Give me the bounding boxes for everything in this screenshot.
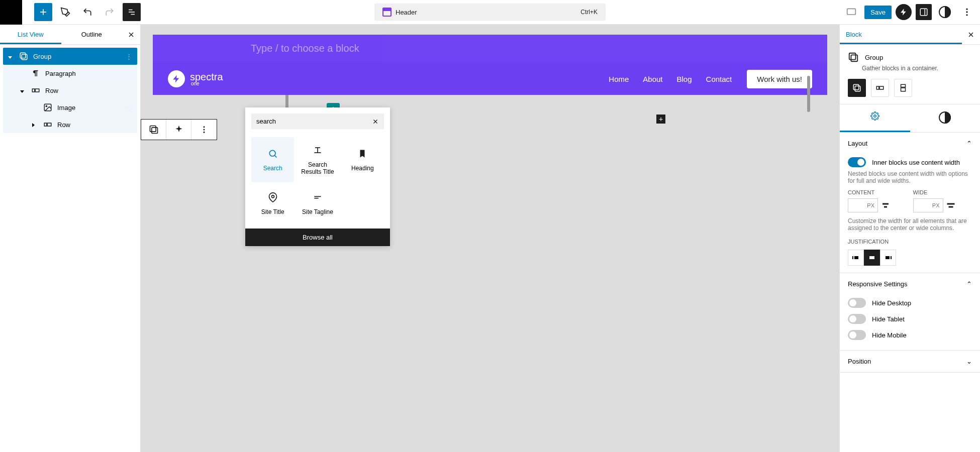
justify-right[interactable]	[880, 250, 896, 266]
row-icon	[43, 120, 53, 129]
document-bar[interactable]: Header Ctrl+K	[374, 4, 606, 21]
nav-blog[interactable]: Blog	[677, 75, 692, 83]
justification-buttons	[848, 250, 972, 266]
block-placeholder: Type / to choose a block	[251, 43, 359, 54]
svg-point-23	[204, 126, 205, 128]
save-button[interactable]: Save	[864, 6, 892, 19]
align-wide-icon[interactable]	[946, 201, 955, 210]
tools-button[interactable]	[56, 3, 74, 21]
main-layout: List View Outline Group ⋮ Paragraph	[0, 25, 980, 452]
browse-all-button[interactable]: Browse all	[245, 229, 390, 246]
tree-item-row[interactable]: Row	[15, 82, 137, 99]
header-row-block[interactable]: spectra one + Home About Blog Contact Wo…	[153, 63, 827, 95]
block-style-button[interactable]	[166, 120, 191, 140]
clear-search[interactable]	[372, 118, 379, 125]
svg-rect-39	[851, 55, 857, 61]
nav-about[interactable]: About	[643, 75, 662, 83]
empty-paragraph-block[interactable]: Type / to choose a block	[153, 35, 827, 63]
panel-title: Responsive Settings	[848, 280, 908, 288]
block-type-button[interactable]	[141, 120, 166, 140]
spectra-button[interactable]	[896, 4, 912, 20]
justify-center[interactable]	[864, 250, 880, 266]
editor-canvas[interactable]: Type / to choose a block spectra one + H…	[141, 25, 839, 452]
inserter-item-site-tagline[interactable]: Site Tagline	[296, 184, 339, 222]
options-button[interactable]	[958, 3, 976, 21]
tree-item-row[interactable]: Row	[27, 116, 137, 133]
tree-label: Row	[45, 87, 58, 94]
tree-item-image[interactable]: Image ◌	[27, 99, 137, 116]
view-button[interactable]	[842, 3, 860, 21]
tree-item-group[interactable]: Group ⋮	[3, 48, 137, 65]
list-view-panel: List View Outline Group ⋮ Paragraph	[0, 25, 141, 452]
svg-rect-38	[849, 53, 856, 60]
svg-rect-43	[879, 86, 884, 89]
layout-panel-header[interactable]: Layout ⌃	[840, 133, 980, 154]
document-overview-button[interactable]	[123, 3, 141, 21]
block-options-button[interactable]	[191, 120, 217, 140]
svg-rect-21	[150, 126, 156, 132]
tree-item-paragraph[interactable]: Paragraph	[15, 65, 137, 82]
inserter-item-search[interactable]: Search	[251, 137, 294, 182]
panel-title: Position	[848, 358, 871, 365]
svg-rect-13	[20, 53, 26, 58]
responsive-panel-header[interactable]: Responsive Settings ⌃	[840, 273, 980, 295]
variation-row[interactable]	[871, 79, 889, 97]
variation-stack[interactable]	[894, 79, 912, 97]
svg-rect-5	[847, 9, 856, 15]
svg-rect-48	[884, 206, 887, 208]
nav-contact[interactable]: Contact	[706, 75, 732, 83]
inserter-toggle[interactable]	[34, 3, 52, 21]
align-center-icon[interactable]	[881, 201, 890, 210]
toggle-inner-blocks-width[interactable]	[848, 157, 866, 167]
toggle-label: Inner blocks use content width	[872, 159, 960, 166]
toggle-hide-desktop[interactable]	[848, 298, 866, 308]
svg-rect-42	[876, 86, 879, 89]
subtab-settings[interactable]	[840, 104, 910, 132]
inserter-search-input[interactable]	[256, 118, 372, 125]
tree-label: Image	[57, 104, 75, 111]
redo-button[interactable]	[101, 3, 119, 21]
tab-list-view[interactable]: List View	[0, 25, 61, 44]
svg-rect-45	[901, 88, 906, 91]
inserter-item-site-title[interactable]: Site Title	[251, 184, 294, 222]
close-list-view[interactable]	[122, 25, 140, 44]
top-right-tools: Save	[842, 3, 980, 21]
resize-handle-right[interactable]	[807, 76, 810, 112]
site-brand[interactable]: spectra one	[168, 70, 223, 87]
wide-width-label: WIDE	[913, 189, 972, 195]
close-settings[interactable]	[962, 25, 980, 44]
settings-sidebar-toggle[interactable]	[916, 4, 932, 20]
top-toolbar: Header Ctrl+K Save	[0, 0, 980, 25]
add-block-after[interactable]: +	[656, 115, 665, 124]
group-icon	[848, 52, 859, 63]
svg-rect-22	[151, 128, 157, 134]
tab-outline[interactable]: Outline	[61, 25, 123, 44]
svg-point-25	[204, 132, 205, 133]
cta-button[interactable]: Work with us!	[747, 70, 812, 88]
variation-group[interactable]	[848, 79, 866, 97]
image-icon	[43, 103, 53, 112]
styles-button[interactable]	[936, 3, 954, 21]
tree-item-options[interactable]: ⋮	[126, 53, 132, 60]
wp-logo[interactable]	[0, 0, 22, 25]
settings-tabs: Block	[840, 25, 980, 45]
inserter-item-heading[interactable]: Heading	[341, 137, 384, 182]
svg-rect-41	[855, 86, 860, 91]
undo-button[interactable]	[78, 3, 96, 21]
wide-width-input[interactable]	[913, 198, 943, 212]
block-title: Group	[865, 54, 883, 61]
toggle-hide-mobile[interactable]	[848, 330, 866, 340]
position-panel-header[interactable]: Position ⌄	[840, 351, 980, 372]
toggle-hide-tablet[interactable]	[848, 314, 866, 324]
half-circle-icon	[939, 6, 951, 18]
svg-point-33	[271, 195, 274, 198]
left-panel-tabs: List View Outline	[0, 25, 140, 45]
panel-position: Position ⌄	[840, 351, 980, 373]
subtab-styles[interactable]	[910, 104, 981, 132]
nav-home[interactable]: Home	[609, 75, 629, 83]
inserter-item-search-results[interactable]: Search Results Title	[296, 137, 339, 182]
tab-block[interactable]: Block	[840, 25, 962, 44]
justify-left[interactable]	[848, 250, 864, 266]
content-width-input[interactable]	[848, 198, 878, 212]
paragraph-icon	[31, 69, 41, 78]
